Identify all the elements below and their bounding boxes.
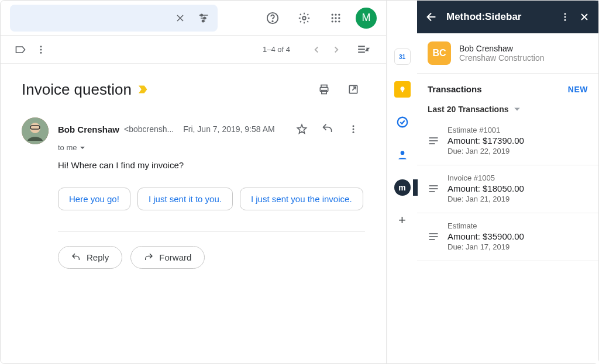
transaction-item[interactable]: Estimate Amount: $35900.00 Due: Jan 17, … [417,213,598,261]
transactions-heading: Transactions [428,84,482,94]
star-icon[interactable] [290,117,314,141]
calendar-addon-icon[interactable]: 31 [394,48,411,65]
svg-rect-42 [429,188,438,189]
svg-point-15 [40,46,42,47]
back-icon[interactable] [425,11,438,23]
reply-button[interactable]: Reply [58,246,122,269]
transaction-item[interactable]: Estimate #1001 Amount: $17390.00 Due: Ja… [417,117,598,165]
svg-rect-45 [429,236,438,237]
svg-point-28 [353,125,354,127]
prev-page-icon[interactable] [311,44,322,55]
svg-point-14 [338,20,340,22]
email-subject: Invoice question [22,81,132,99]
more-icon[interactable] [36,44,46,55]
transaction-amount: Amount: $18050.00 [447,183,588,193]
svg-rect-19 [358,48,365,50]
smart-reply-chip[interactable]: Here you go! [58,188,130,210]
sidebar-header: Method:Sidebar [417,1,598,33]
smart-reply-chip[interactable]: I just sent you the invoice. [240,188,363,210]
tasks-addon-icon[interactable] [394,114,411,130]
svg-rect-38 [429,137,438,138]
transaction-due: Due: Jan 22, 2019 [447,147,588,155]
contact-avatar: BC [428,41,451,65]
sender-avatar[interactable] [22,117,49,144]
svg-point-36 [564,16,566,18]
method-sidebar: Method:Sidebar BC Bob Crenshaw Crenshaw … [417,1,598,363]
contacts-addon-icon[interactable] [394,147,411,163]
transaction-title: Estimate #1001 [447,126,588,134]
svg-point-8 [338,13,340,15]
transaction-item[interactable]: Invoice #1005 Amount: $18050.00 Due: Jan… [417,165,598,213]
svg-rect-39 [429,140,438,141]
method-addon-icon[interactable]: m [394,179,411,196]
email-toolbar: 1–4 of 4 [1,36,386,64]
svg-point-5 [302,16,306,20]
svg-point-2 [202,20,204,22]
svg-point-17 [40,51,42,53]
email-body-area: Invoice question [1,64,386,363]
contact-card[interactable]: BC Bob Crenshaw Crenshaw Construction [417,33,598,74]
svg-point-12 [332,20,333,22]
search-box[interactable] [10,5,218,32]
label-icon[interactable] [15,44,26,56]
settings-icon[interactable] [292,6,316,30]
smart-reply-chip[interactable]: I just sent it to you. [137,188,233,210]
help-icon[interactable] [261,6,284,30]
add-addon-icon[interactable]: + [394,212,411,228]
search-options-icon[interactable] [197,11,211,25]
svg-rect-40 [429,143,435,144]
svg-point-11 [338,17,340,19]
svg-point-10 [335,17,336,19]
svg-point-31 [400,86,404,91]
svg-point-37 [564,19,566,21]
svg-point-34 [400,151,404,155]
svg-rect-46 [429,239,435,240]
smart-reply-row: Here you go! I just sent it to you. I ju… [58,188,365,210]
svg-point-30 [353,131,354,133]
more-icon[interactable] [342,117,365,141]
gmail-pane: M 1–4 of 4 Invoice question [1,1,387,363]
transaction-amount: Amount: $17390.00 [447,136,588,145]
forward-button[interactable]: Forward [130,246,205,269]
transaction-icon [428,231,439,242]
density-icon[interactable] [357,44,372,56]
apps-icon[interactable] [324,6,347,30]
svg-point-7 [335,13,336,15]
svg-point-0 [201,14,202,16]
clear-search-icon[interactable] [173,11,187,25]
svg-point-16 [40,48,42,50]
next-page-icon[interactable] [331,44,342,55]
svg-point-35 [564,13,566,15]
svg-rect-18 [358,46,365,47]
pager-text: 1–4 of 4 [263,45,290,54]
keep-addon-icon[interactable] [394,81,411,98]
transaction-title: Invoice #1005 [447,174,588,182]
svg-rect-44 [429,233,438,234]
svg-point-9 [332,17,333,19]
gmail-header: M [1,1,386,36]
svg-point-4 [272,20,273,21]
transaction-icon [428,135,439,147]
print-icon[interactable] [312,78,336,101]
account-avatar[interactable]: M [356,8,377,29]
email-body-text: Hi! Where can I find my invoice? [58,160,365,170]
reply-icon[interactable] [316,117,339,141]
contact-name: Bob Crenshaw [459,44,545,53]
transaction-title: Estimate [447,221,588,230]
new-transaction-button[interactable]: NEW [568,85,588,94]
transactions-filter[interactable]: Last 20 Transactions [417,99,598,117]
svg-rect-20 [358,51,365,53]
svg-point-13 [335,20,336,22]
transaction-due: Due: Jan 21, 2019 [447,195,588,203]
recipient-line[interactable]: to me [58,143,365,152]
svg-rect-41 [429,185,438,186]
divider [58,231,365,232]
sender-name: Bob Crenshaw [58,124,119,134]
svg-point-1 [204,17,205,19]
contact-company: Crenshaw Construction [459,53,545,63]
close-icon[interactable] [579,11,590,23]
addon-rail: 31 m + [387,1,417,363]
sidebar-more-icon[interactable] [560,12,570,22]
open-new-window-icon[interactable] [342,78,365,101]
important-marker-icon[interactable] [137,85,149,94]
